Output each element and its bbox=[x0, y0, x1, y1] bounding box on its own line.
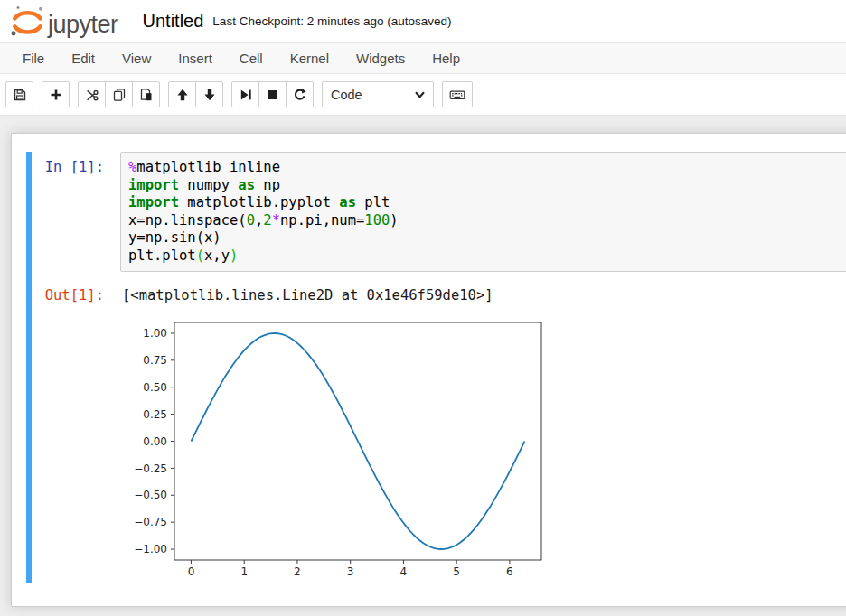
stop-icon bbox=[266, 88, 280, 102]
interrupt-kernel-button[interactable] bbox=[258, 81, 287, 107]
menu-edit[interactable]: Edit bbox=[58, 51, 108, 66]
svg-text:0: 0 bbox=[188, 565, 195, 578]
svg-text:6: 6 bbox=[506, 565, 513, 578]
cell-type-select[interactable]: Code bbox=[322, 81, 434, 107]
menu-insert[interactable]: Insert bbox=[164, 51, 226, 66]
cell-output-area: Out[1]: [<matplotlib.lines.Line2D at 0x1… bbox=[32, 280, 846, 303]
arrow-up-icon bbox=[175, 88, 190, 102]
move-cell-up-button[interactable] bbox=[168, 81, 196, 107]
jupyter-logo[interactable]: jupyter bbox=[9, 5, 118, 38]
menu-widgets[interactable]: Widgets bbox=[343, 51, 418, 66]
menu-view[interactable]: View bbox=[108, 51, 164, 66]
plot-output: 0123456−1.00−0.75−0.50−0.250.000.250.500… bbox=[123, 311, 846, 583]
svg-text:3: 3 bbox=[347, 565, 354, 578]
copy-icon bbox=[112, 88, 127, 102]
svg-text:5: 5 bbox=[453, 565, 460, 578]
code-line: import numpy as np bbox=[128, 177, 844, 195]
code-line: import matplotlib.pyplot as plt bbox=[128, 194, 844, 212]
save-button[interactable] bbox=[5, 81, 33, 107]
menu-kernel[interactable]: Kernel bbox=[277, 51, 343, 66]
notebook-container: In [1]: %matplotlib inlineimport numpy a… bbox=[11, 133, 846, 607]
svg-text:−0.75: −0.75 bbox=[134, 516, 167, 528]
output-repr-text: [<matplotlib.lines.Line2D at 0x1e46f59de… bbox=[120, 280, 494, 303]
svg-text:4: 4 bbox=[400, 565, 408, 578]
copy-cells-button[interactable] bbox=[105, 81, 133, 107]
command-palette-button[interactable] bbox=[442, 81, 473, 107]
run-cell-button[interactable] bbox=[231, 81, 259, 107]
cell-input-area: In [1]: %matplotlib inlineimport numpy a… bbox=[32, 152, 846, 272]
scissors-icon bbox=[85, 88, 99, 102]
svg-text:1: 1 bbox=[240, 565, 248, 578]
toolbar: Code bbox=[0, 74, 846, 115]
logo-wordmark: jupyter bbox=[48, 11, 118, 38]
svg-text:0.75: 0.75 bbox=[143, 354, 167, 367]
svg-text:−1.00: −1.00 bbox=[134, 543, 167, 555]
jupyter-planet-icon bbox=[9, 5, 45, 38]
code-line: x=np.linspace(0,2*np.pi,num=100) bbox=[128, 212, 844, 230]
code-line: plt.plot(x,y) bbox=[128, 247, 844, 266]
chevron-down-icon bbox=[413, 88, 427, 101]
svg-text:2: 2 bbox=[294, 565, 301, 578]
move-cell-down-button[interactable] bbox=[195, 81, 223, 107]
paste-icon bbox=[139, 88, 154, 102]
code-editor[interactable]: %matplotlib inlineimport numpy as npimpo… bbox=[120, 152, 846, 272]
insert-cell-below-button[interactable] bbox=[42, 81, 70, 107]
header: jupyter Untitled Last Checkpoint: 2 minu… bbox=[0, 0, 846, 42]
notebook-title[interactable]: Untitled bbox=[143, 11, 204, 32]
svg-text:−0.25: −0.25 bbox=[134, 462, 167, 475]
menu-file[interactable]: File bbox=[9, 51, 58, 66]
save-icon bbox=[13, 88, 27, 102]
notebook-area: In [1]: %matplotlib inlineimport numpy a… bbox=[0, 115, 846, 616]
svg-text:1.00: 1.00 bbox=[143, 327, 167, 340]
keyboard-icon bbox=[449, 88, 465, 102]
input-prompt: In [1]: bbox=[32, 152, 120, 272]
code-line: %matplotlib inline bbox=[128, 159, 844, 177]
svg-text:−0.50: −0.50 bbox=[134, 489, 167, 501]
cut-cells-button[interactable] bbox=[78, 81, 106, 107]
output-prompt: Out[1]: bbox=[32, 280, 120, 303]
menu-help[interactable]: Help bbox=[418, 51, 474, 66]
plus-icon bbox=[49, 88, 63, 102]
cell-type-value: Code bbox=[331, 88, 362, 102]
arrow-down-icon bbox=[202, 88, 217, 102]
code-line: y=np.sin(x) bbox=[128, 229, 844, 247]
step-forward-icon bbox=[239, 88, 253, 102]
restart-icon bbox=[293, 88, 307, 102]
svg-text:0.00: 0.00 bbox=[143, 435, 167, 448]
menubar: File Edit View Insert Cell Kernel Widget… bbox=[0, 42, 846, 74]
paste-cells-button[interactable] bbox=[132, 81, 160, 107]
restart-kernel-button[interactable] bbox=[286, 81, 314, 107]
svg-text:0.25: 0.25 bbox=[143, 408, 167, 421]
menu-cell[interactable]: Cell bbox=[226, 51, 277, 66]
sine-plot: 0123456−1.00−0.75−0.50−0.250.000.250.500… bbox=[123, 311, 575, 580]
code-cell-selected[interactable]: In [1]: %matplotlib inlineimport numpy a… bbox=[26, 152, 846, 583]
checkpoint-status: Last Checkpoint: 2 minutes ago (autosave… bbox=[212, 14, 451, 28]
svg-text:0.50: 0.50 bbox=[143, 381, 167, 394]
